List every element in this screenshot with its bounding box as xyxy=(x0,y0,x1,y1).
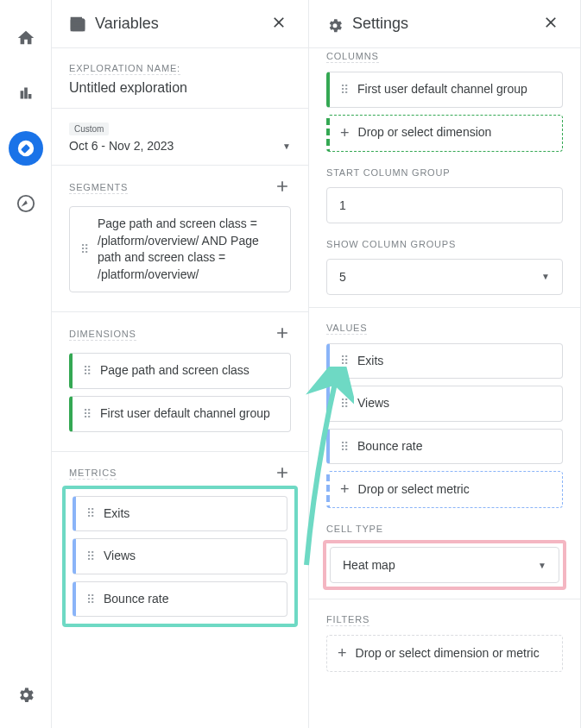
dropzone-text: Drop or select metric xyxy=(358,481,470,499)
date-range-section[interactable]: Custom Oct 6 - Nov 2, 2023 ▼ xyxy=(52,108,308,165)
date-type-chip: Custom xyxy=(69,122,109,135)
columns-label: COLUMNS xyxy=(326,51,379,63)
filters-section: FILTERS + Drop or select dimension or me… xyxy=(309,599,580,684)
dimensions-label: DIMENSIONS xyxy=(69,329,136,341)
dimension-chip[interactable]: ⠿ Page path and screen class xyxy=(69,353,291,389)
metric-text: Views xyxy=(104,548,136,565)
reports-icon xyxy=(16,84,35,103)
home-icon xyxy=(16,28,35,47)
show-column-label: SHOW COLUMN GROUPS xyxy=(326,239,563,250)
exploration-name-section: EXPLORATION NAME: xyxy=(52,47,308,108)
value-chip[interactable]: ⠿ Bounce rate xyxy=(326,429,563,465)
close-variables-button[interactable] xyxy=(267,10,291,37)
close-icon xyxy=(270,14,287,31)
drag-handle-icon[interactable]: ⠿ xyxy=(86,506,95,520)
gear-icon xyxy=(326,16,344,33)
settings-title: Settings xyxy=(352,15,530,33)
nav-reports[interactable] xyxy=(9,76,43,110)
metric-text: Bounce rate xyxy=(104,591,169,608)
nav-explore[interactable] xyxy=(9,131,43,166)
drag-handle-icon[interactable]: ⠿ xyxy=(83,364,92,378)
value-text: Bounce rate xyxy=(357,438,423,455)
chevron-down-icon: ▼ xyxy=(538,561,546,570)
cell-type-value: Heat map xyxy=(343,558,395,572)
plus-icon xyxy=(274,324,291,342)
nav-admin[interactable] xyxy=(9,676,43,711)
variables-header: Variables xyxy=(52,0,308,47)
filters-label: FILTERS xyxy=(326,614,369,626)
target-icon xyxy=(16,194,35,213)
drag-handle-icon[interactable]: ⠿ xyxy=(86,593,95,606)
svg-rect-2 xyxy=(74,24,81,26)
dimensions-section: DIMENSIONS ⠿ Page path and screen class … xyxy=(52,311,308,450)
show-column-select[interactable]: 5 ▼ xyxy=(326,259,563,295)
drag-handle-icon[interactable]: ⠿ xyxy=(80,242,89,256)
add-segment-button[interactable] xyxy=(274,178,291,198)
variables-panel: Variables EXPLORATION NAME: Custom Oct 6… xyxy=(52,0,309,728)
settings-panel: Settings COLUMNS ⠿ First user default ch… xyxy=(309,0,581,728)
exploration-name-label: EXPLORATION NAME: xyxy=(69,63,180,75)
metric-chip[interactable]: ⠿ Views xyxy=(73,538,287,574)
date-range-text: Oct 6 - Nov 2, 2023 xyxy=(69,139,174,153)
column-text: First user default channel group xyxy=(357,81,527,98)
column-chip[interactable]: ⠿ First user default channel group xyxy=(326,72,563,108)
gear-icon xyxy=(16,684,35,703)
columns-section: COLUMNS ⠿ First user default channel gro… xyxy=(309,47,580,307)
settings-header: Settings xyxy=(309,0,580,47)
nav-advertising[interactable] xyxy=(9,186,43,221)
close-icon xyxy=(542,14,559,31)
metric-chip[interactable]: ⠿ Exits xyxy=(73,496,287,532)
start-column-input[interactable] xyxy=(326,187,563,223)
drag-handle-icon[interactable]: ⠿ xyxy=(340,83,349,97)
chevron-down-icon: ▼ xyxy=(541,272,550,281)
cell-type-select[interactable]: Heat map ▼ xyxy=(330,547,559,583)
drag-handle-icon[interactable]: ⠿ xyxy=(340,397,349,411)
date-range-picker[interactable]: Oct 6 - Nov 2, 2023 ▼ xyxy=(69,139,291,153)
start-column-label: START COLUMN GROUP xyxy=(326,167,563,179)
show-column-value: 5 xyxy=(339,270,346,284)
metrics-highlight: ⠿ Exits ⠿ Views ⠿ Bounce rate xyxy=(62,486,298,628)
dropzone-text: Drop or select dimension xyxy=(358,124,492,141)
values-label: VALUES xyxy=(326,323,367,335)
metrics-section: METRICS ⠿ Exits ⠿ Views ⠿ Bounce rate xyxy=(52,451,308,633)
filters-dropzone[interactable]: + Drop or select dimension or metric xyxy=(326,635,563,672)
dimension-text: First user default channel group xyxy=(100,405,270,423)
dimension-text: Page path and screen class xyxy=(100,362,249,380)
column-dropzone[interactable]: + Drop or select dimension xyxy=(326,115,563,152)
explore-icon xyxy=(16,139,35,158)
cell-type-highlight: Heat map ▼ xyxy=(323,540,566,590)
variables-icon xyxy=(69,16,86,33)
dropzone-text: Drop or select dimension or metric xyxy=(356,645,540,662)
values-dropzone[interactable]: + Drop or select metric xyxy=(326,471,563,508)
drag-handle-icon[interactable]: ⠿ xyxy=(340,440,349,454)
value-text: Views xyxy=(357,395,389,412)
chevron-down-icon: ▼ xyxy=(282,141,291,151)
drag-handle-icon[interactable]: ⠿ xyxy=(83,407,92,421)
value-chip[interactable]: ⠿ Exits xyxy=(326,343,563,380)
drag-handle-icon[interactable]: ⠿ xyxy=(340,354,349,367)
dimension-chip[interactable]: ⠿ First user default channel group xyxy=(69,396,291,432)
exploration-name-input[interactable] xyxy=(69,80,291,96)
close-settings-button[interactable] xyxy=(539,10,563,37)
metrics-label: METRICS xyxy=(69,468,117,480)
svg-rect-1 xyxy=(74,22,81,23)
cell-type-label: CELL TYPE xyxy=(326,524,563,535)
values-section: VALUES ⠿ Exits ⠿ Views ⠿ Bounce rate + D… xyxy=(309,307,580,599)
add-metric-button[interactable] xyxy=(274,464,291,484)
value-chip[interactable]: ⠿ Views xyxy=(326,386,563,422)
segments-label: SEGMENTS xyxy=(69,182,128,194)
plus-icon xyxy=(274,178,291,195)
metric-chip[interactable]: ⠿ Bounce rate xyxy=(73,581,287,618)
add-dimension-button[interactable] xyxy=(274,324,291,344)
drag-handle-icon[interactable]: ⠿ xyxy=(86,549,95,563)
plus-icon: + xyxy=(340,124,350,142)
metric-text: Exits xyxy=(104,505,129,523)
nav-home[interactable] xyxy=(9,21,43,55)
nav-rail xyxy=(0,0,52,728)
value-text: Exits xyxy=(357,353,383,370)
segment-chip[interactable]: ⠿ Page path and screen class = /platform… xyxy=(69,206,291,292)
variables-title: Variables xyxy=(95,15,258,33)
segments-section: SEGMENTS ⠿ Page path and screen class = … xyxy=(52,165,308,311)
plus-icon: + xyxy=(338,644,347,662)
plus-icon: + xyxy=(340,480,350,499)
